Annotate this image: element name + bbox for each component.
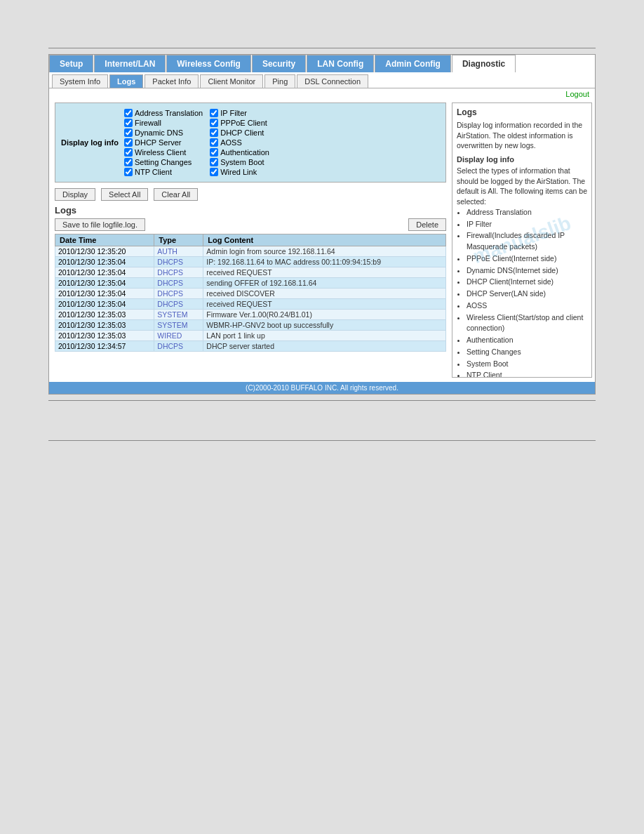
col-log-content: Log Content: [203, 234, 446, 246]
checkbox-ip-filter-input[interactable]: [210, 109, 218, 117]
save-delete-row: Save to file logfile.log. Delete: [55, 218, 446, 231]
checkbox-pppoe-client[interactable]: PPPoE Client: [210, 119, 288, 127]
delete-button[interactable]: Delete: [408, 218, 446, 231]
checkbox-dhcp-client-input[interactable]: [210, 128, 218, 137]
table-row: 2010/12/30 12:35:04 DHCPS received REQUE…: [55, 299, 446, 310]
checkbox-dynamic-dns[interactable]: Dynamic DNS: [124, 128, 203, 137]
checkbox-wireless-client[interactable]: Wireless Client: [124, 148, 203, 157]
display-log-info-label: Display log info: [61, 109, 124, 176]
cell-type: DHCPS: [154, 257, 203, 267]
help-list-item: Wireless Client(Start/stop and client co…: [467, 312, 587, 335]
checkbox-wired-link-input[interactable]: [210, 168, 218, 176]
checkbox-ntp-client[interactable]: NTP Client: [124, 168, 203, 176]
help-list: Address TranslationIP FilterFirewall(Inc…: [457, 207, 587, 377]
nav-lan-config[interactable]: LAN Config: [307, 55, 374, 72]
select-all-button[interactable]: Select All: [101, 188, 148, 201]
nav-security[interactable]: Security: [252, 55, 306, 72]
checkbox-wired-link[interactable]: Wired Link: [210, 168, 288, 176]
sub-logs[interactable]: Logs: [109, 74, 143, 88]
checkbox-dhcp-client[interactable]: DHCP Client: [210, 128, 288, 137]
log-table: Date Time Type Log Content 2010/12/30 12…: [55, 234, 446, 352]
checkbox-firewall[interactable]: Firewall: [124, 119, 203, 127]
checkbox-setting-changes[interactable]: Setting Changes: [124, 158, 203, 166]
save-to-file-button[interactable]: Save to file logfile.log.: [55, 218, 145, 231]
nav-diagnostic[interactable]: Diagnostic: [452, 55, 516, 72]
clear-all-button[interactable]: Clear All: [154, 188, 198, 201]
nav-setup[interactable]: Setup: [49, 55, 93, 72]
help-list-item: AOSS: [467, 300, 587, 312]
help-display-log-info-title: Display log info: [457, 155, 587, 164]
table-row: 2010/12/30 12:35:03 SYSTEM WBMR-HP-GNV2 …: [55, 320, 446, 331]
cell-date: 2010/12/30 12:35:03: [55, 320, 154, 331]
checkboxes-grid: Address Translation IP Filter Firewall: [124, 109, 288, 176]
top-rule: [48, 48, 596, 48]
checkbox-pppoe-client-input[interactable]: [210, 119, 218, 127]
sub-ping[interactable]: Ping: [264, 74, 295, 88]
cell-date: 2010/12/30 12:35:04: [55, 299, 154, 310]
sub-packet-info[interactable]: Packet Info: [145, 74, 199, 88]
table-row: 2010/12/30 12:34:57 DHCPS DHCP server st…: [55, 341, 446, 352]
checkbox-dhcp-server-input[interactable]: [124, 138, 133, 147]
cell-date: 2010/12/30 12:35:04: [55, 267, 154, 278]
nav-admin-config[interactable]: Admin Config: [375, 55, 451, 72]
table-row: 2010/12/30 12:35:20 AUTH Admin login fro…: [55, 246, 446, 257]
table-row: 2010/12/30 12:35:03 SYSTEM Firmware Ver.…: [55, 310, 446, 320]
checkbox-address-translation[interactable]: Address Translation: [124, 109, 203, 117]
help-display-log-info-text: Select the types of information that sho…: [457, 166, 587, 207]
checkbox-firewall-input[interactable]: [124, 119, 133, 127]
nav-internet-lan[interactable]: Internet/LAN: [94, 55, 166, 72]
logout-bar[interactable]: Logout: [49, 88, 595, 100]
cell-type: DHCPS: [154, 341, 203, 352]
col-type: Type: [154, 234, 203, 246]
cell-date: 2010/12/30 12:35:20: [55, 246, 154, 257]
checkbox-dynamic-dns-input[interactable]: [124, 128, 133, 137]
sub-system-info[interactable]: System Info: [52, 74, 108, 88]
cell-date: 2010/12/30 12:35:03: [55, 310, 154, 320]
table-row: 2010/12/30 12:35:03 WIRED LAN port 1 lin…: [55, 331, 446, 341]
checkbox-ntp-client-input[interactable]: [124, 168, 133, 176]
cell-content: received REQUEST: [203, 267, 446, 278]
display-button[interactable]: Display: [55, 188, 95, 201]
sub-nav: System Info Logs Packet Info Client Moni…: [49, 72, 595, 88]
buttons-row: Display Select All Clear All: [55, 188, 446, 201]
checkbox-setting-changes-input[interactable]: [124, 158, 133, 166]
cell-type: AUTH: [154, 246, 203, 257]
help-list-item: Firewall(Includes discarded IP Masquerad…: [467, 230, 587, 253]
display-log-info-box: Display log info Address Translation IP …: [55, 102, 446, 183]
help-list-item: Address Translation: [467, 207, 587, 218]
checkbox-address-translation-input[interactable]: [124, 109, 133, 117]
bottom-rule: [48, 400, 596, 401]
checkbox-wireless-client-input[interactable]: [124, 148, 133, 157]
cell-content: Firmware Ver.1.00(R0.24/B1.01): [203, 310, 446, 320]
cell-type: DHCPS: [154, 267, 203, 278]
help-list-item: Setting Changes: [467, 347, 587, 358]
help-list-item: NTP Client: [467, 370, 587, 377]
checkbox-authentication-input[interactable]: [210, 148, 218, 157]
help-list-item: Dynamic DNS(Internet side): [467, 265, 587, 277]
cell-content: Admin login from source 192.168.11.64: [203, 246, 446, 257]
help-list-item: DHCP Client(Internet side): [467, 277, 587, 288]
cell-type: DHCPS: [154, 299, 203, 310]
cell-content: received REQUEST: [203, 299, 446, 310]
cell-content: LAN port 1 link up: [203, 331, 446, 341]
checkbox-ip-filter[interactable]: IP Filter: [210, 109, 288, 117]
right-panel: manualslib Logs Display log information …: [452, 102, 592, 378]
nav-wireless-config[interactable]: Wireless Config: [166, 55, 251, 72]
cell-type: SYSTEM: [154, 320, 203, 331]
checkbox-system-boot[interactable]: System Boot: [210, 158, 288, 166]
help-intro: Display log information recorded in the …: [457, 120, 587, 151]
cell-type: SYSTEM: [154, 310, 203, 320]
checkbox-system-boot-input[interactable]: [210, 158, 218, 166]
sub-dsl-connection[interactable]: DSL Connection: [297, 74, 368, 88]
checkbox-authentication[interactable]: Authentication: [210, 148, 288, 157]
top-nav: Setup Internet/LAN Wireless Config Secur…: [49, 55, 595, 72]
sub-client-monitor[interactable]: Client Monitor: [200, 74, 263, 88]
logout-link[interactable]: Logout: [565, 90, 589, 98]
page-footer: (C)2000-2010 BUFFALO INC. All rights res…: [49, 382, 595, 394]
right-panel-inner: manualslib Logs Display log information …: [452, 103, 591, 377]
checkbox-aoss-input[interactable]: [210, 138, 218, 147]
cell-date: 2010/12/30 12:35:04: [55, 278, 154, 289]
bottom-rule-2: [48, 440, 596, 441]
checkbox-aoss[interactable]: AOSS: [210, 138, 288, 147]
checkbox-dhcp-server[interactable]: DHCP Server: [124, 138, 203, 147]
